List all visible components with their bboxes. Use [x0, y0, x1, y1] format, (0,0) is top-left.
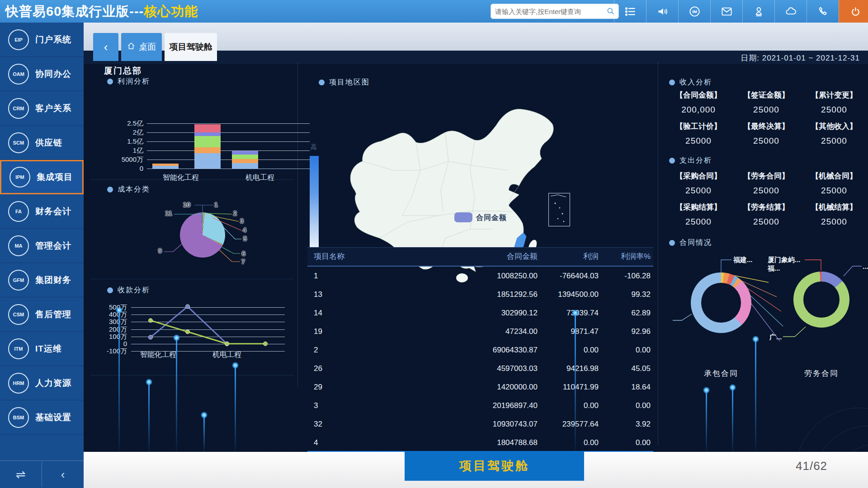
pie-slice-label: 10 — [183, 201, 191, 208]
kv-label: 【签证金额】 — [732, 90, 800, 100]
sidebar-item-label: 集团财务 — [35, 274, 71, 286]
kv-value: 25000 — [732, 105, 800, 115]
sidebar-item-hrm[interactable]: HRM人力资源 — [0, 366, 84, 400]
receipt-analysis-panel: 收款分析 -100万0100万200万300万400万500万智能化工程机电工程 — [102, 279, 301, 369]
profit-analysis-panel: 利润分析 05000万1亿1.5亿2亿2.5亿 智能化工程机电工程 — [102, 73, 301, 179]
sidebar-item-ma[interactable]: MA管理会计 — [0, 229, 84, 263]
sidebar-item-csm[interactable]: CSM售后管理 — [0, 297, 84, 332]
im-icon[interactable]: IM — [678, 0, 710, 23]
kv-label: 【其他收入】 — [800, 121, 868, 131]
table-row[interactable]: 269064330.870.000.00 — [307, 341, 653, 359]
sidebar-item-label: IT运维 — [35, 343, 62, 355]
sidebar-item-scm[interactable]: SCM供应链 — [0, 126, 84, 160]
search-input[interactable] — [494, 7, 606, 16]
south-china-sea-inset — [548, 193, 570, 226]
kv-value: 25000 — [800, 136, 868, 146]
expense-item: 【采购合同】25000 — [665, 171, 732, 196]
income-item: 【累计变更】25000 — [800, 90, 868, 115]
donut2-label-1: 厦门象屿... — [768, 256, 801, 264]
sidebar-footer: ⇌ ‹ — [0, 460, 84, 488]
col-contract-amount[interactable]: 合同金额 — [447, 248, 538, 266]
footer-bar: 项目驾驶舱 41/62 — [84, 452, 868, 488]
bar-stack[interactable] — [152, 164, 179, 169]
kv-value: 25000 — [732, 217, 800, 227]
sidebar-item-fa[interactable]: FA财务会计 — [0, 194, 84, 229]
kv-value: 25000 — [665, 186, 732, 196]
table-cell: 62.89 — [599, 304, 653, 322]
bullet-icon — [669, 158, 675, 164]
cloud-icon[interactable] — [774, 0, 807, 23]
table-row[interactable]: 1947234.009871.4792.96 — [307, 322, 653, 341]
table-row[interactable]: 11008250.00-766404.03-106.28 — [307, 267, 653, 285]
col-project-name[interactable]: 项目名称 — [307, 248, 447, 266]
table-cell: 1394500.00 — [538, 285, 599, 304]
kv-label: 【劳务结算】 — [732, 202, 800, 212]
sidebar-item-label: 客户关系 — [35, 103, 71, 114]
expense-item: 【劳务结算】25000 — [732, 202, 800, 227]
sidebar-item-itm[interactable]: ITMIT运维 — [0, 332, 84, 366]
income-analysis-panel: 收入分析 【合同金额】200,000【签证金额】25000【累计变更】25000… — [665, 71, 868, 150]
table-row[interactable]: 291420000.00110471.9918.64 — [307, 378, 653, 396]
menu-list-icon[interactable] — [614, 0, 646, 23]
table-row[interactable]: 3210930743.07239577.643.92 — [307, 415, 653, 433]
kv-label: 【累计变更】 — [800, 90, 868, 100]
speaker-icon[interactable] — [646, 0, 678, 23]
table-cell: 18.64 — [599, 378, 653, 396]
sidebar-item-ipm[interactable]: IPM集成项目 — [0, 160, 84, 194]
power-icon[interactable] — [839, 0, 868, 23]
sidebar-item-bsm[interactable]: BSM基础设置 — [0, 400, 84, 435]
sidebar-item-label: 售后管理 — [35, 309, 71, 320]
light-beam — [575, 313, 576, 452]
table-body: 11008250.00-766404.03-106.28131851292.56… — [307, 267, 653, 452]
table-row[interactable]: 41804788.680.000.00 — [307, 433, 653, 452]
table-cell: 92.96 — [599, 322, 653, 341]
tab-project-cockpit[interactable]: 项目驾驶舱 — [165, 33, 217, 61]
donut1-label: 福建... — [733, 256, 753, 264]
sidebar-item-label: 财务会计 — [35, 206, 71, 217]
expense-panel-title: 支出分析 — [669, 156, 712, 165]
sidebar-item-label: 人力资源 — [35, 377, 71, 389]
collapse-sidebar-icon[interactable]: ‹ — [42, 462, 84, 487]
kv-value: 25000 — [732, 186, 800, 196]
sidebar-item-oam[interactable]: OAM协同办公 — [0, 57, 84, 91]
kv-value: 200,000 — [665, 105, 732, 115]
col-profit-rate[interactable]: 利润率% — [599, 248, 653, 266]
income-item: 【合同金额】200,000 — [665, 90, 732, 115]
tab-back-button[interactable]: ‹ — [93, 33, 118, 61]
bar-stack[interactable] — [194, 124, 221, 169]
sidebar-item-gfm[interactable]: GFM集团财务 — [0, 263, 84, 297]
income-panel-title: 收入分析 — [669, 78, 712, 87]
table-cell: 0.00 — [538, 433, 599, 452]
table-cell: 3.92 — [599, 415, 653, 433]
mail-icon[interactable] — [710, 0, 742, 23]
map-legend-swatch[interactable] — [454, 212, 472, 222]
itm-module-icon: ITM — [8, 338, 29, 359]
table-row[interactable]: 320196897.400.000.00 — [307, 396, 653, 415]
project-cockpit-button[interactable]: 项目驾驶舱 — [405, 451, 584, 481]
col-profit[interactable]: 利润 — [538, 248, 599, 266]
user-icon[interactable] — [742, 0, 774, 23]
table-cell: -766404.03 — [538, 267, 599, 285]
date-range-label: 日期: 2021-01-01 ~ 2021-12-31 — [741, 53, 860, 63]
app-title: 快普易60集成行业版---核心功能 — [5, 0, 198, 23]
swap-arrows-icon[interactable]: ⇌ — [0, 462, 42, 487]
sidebar-item-label: 门户系统 — [35, 34, 71, 46]
table-cell: -106.28 — [599, 267, 653, 285]
sidebar-item-crm[interactable]: CRM客户关系 — [0, 91, 84, 126]
sidebar-item-eip[interactable]: EIP门户系统 — [0, 23, 84, 57]
table-row[interactable]: 264597003.0394216.9845.05 — [307, 359, 653, 378]
phone-icon[interactable] — [807, 0, 839, 23]
project-table: 项目名称 合同金额 利润 利润率% 11008250.00-766404.03-… — [307, 247, 653, 452]
bar-stack[interactable] — [232, 151, 258, 169]
table-cell: 0.00 — [538, 396, 599, 415]
tab-desktop[interactable]: 桌面 — [121, 33, 162, 61]
table-cell: 26 — [307, 359, 447, 378]
bullet-icon — [107, 79, 113, 84]
expense-item: 【机械合同】25000 — [800, 171, 868, 196]
table-row[interactable]: 14302990.1273039.7462.89 — [307, 304, 653, 322]
table-cell: 14 — [307, 304, 447, 322]
kv-value: 25000 — [800, 105, 868, 115]
pie-leader-lines — [102, 179, 301, 279]
y-axis-tick: 1亿 — [112, 146, 143, 155]
table-row[interactable]: 131851292.561394500.0099.32 — [307, 285, 653, 304]
